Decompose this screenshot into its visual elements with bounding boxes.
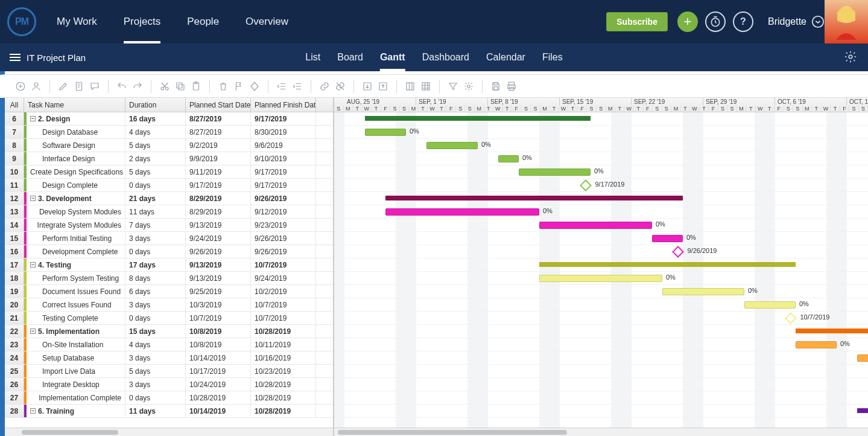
avatar[interactable] bbox=[825, 0, 868, 43]
task-row[interactable]: 23On-Site Installation4 days10/8/201910/… bbox=[5, 338, 333, 351]
task-name-cell[interactable]: Implementation Complete bbox=[27, 391, 125, 404]
timer-icon[interactable] bbox=[705, 11, 726, 32]
milestone-marker[interactable] bbox=[580, 179, 592, 191]
summary-bar[interactable] bbox=[365, 116, 591, 121]
task-name-cell[interactable]: −3. Development bbox=[27, 192, 125, 205]
task-bar[interactable] bbox=[744, 301, 796, 309]
task-name-cell[interactable]: Perform Initial Testing bbox=[27, 232, 125, 245]
start-cell[interactable]: 10/17/2019 bbox=[186, 365, 251, 377]
horizontal-scrollbar[interactable] bbox=[5, 428, 333, 436]
duration-cell[interactable]: 15 days bbox=[125, 325, 186, 338]
task-name-cell[interactable]: Create Design Specifications bbox=[27, 165, 125, 178]
edit-icon[interactable] bbox=[56, 79, 71, 94]
timeline-body[interactable]: 0%0%0%0%9/17/20190%0%0%9/26/20190%0%0%10… bbox=[334, 112, 868, 428]
start-cell[interactable]: 9/13/2019 bbox=[186, 219, 251, 231]
finish-cell[interactable]: 9/17/2019 bbox=[251, 179, 316, 191]
gantt-row[interactable]: 0% bbox=[334, 152, 868, 165]
task-row[interactable]: 22−5. Implementation15 days10/8/201910/2… bbox=[5, 325, 333, 338]
duration-cell[interactable]: 3 days bbox=[125, 378, 186, 391]
notes-icon[interactable] bbox=[72, 79, 86, 94]
task-bar[interactable] bbox=[385, 208, 539, 216]
logo[interactable]: PM bbox=[0, 0, 43, 43]
export-icon[interactable] bbox=[376, 79, 390, 94]
start-cell[interactable]: 9/9/2019 bbox=[186, 152, 251, 165]
start-cell[interactable]: 10/24/2019 bbox=[186, 378, 251, 391]
summary-bar[interactable] bbox=[796, 329, 868, 333]
grid-icon[interactable] bbox=[419, 79, 433, 94]
finish-cell[interactable]: 10/7/2019 bbox=[251, 298, 316, 311]
finish-cell[interactable]: 9/26/2019 bbox=[251, 232, 316, 245]
milestone-marker[interactable] bbox=[672, 246, 684, 258]
task-row[interactable]: 7Design Database4 days8/27/20198/30/2019 bbox=[5, 126, 333, 139]
col-duration[interactable]: Duration bbox=[125, 98, 186, 112]
topnav-tab-my-work[interactable]: My Work bbox=[43, 0, 110, 43]
gantt-row[interactable]: 10/28/2019 bbox=[334, 391, 868, 405]
task-row[interactable]: 11Design Complete0 days9/17/20199/17/201… bbox=[5, 179, 333, 192]
subnav-tab-files[interactable]: Files bbox=[542, 43, 563, 71]
task-bar[interactable] bbox=[539, 222, 652, 229]
task-bar[interactable] bbox=[796, 341, 837, 348]
summary-bar[interactable] bbox=[857, 408, 868, 413]
gantt-row[interactable] bbox=[334, 405, 868, 418]
comment-icon[interactable] bbox=[87, 79, 102, 94]
gantt-row[interactable] bbox=[334, 112, 868, 126]
start-cell[interactable]: 10/3/2019 bbox=[186, 298, 251, 311]
task-name-cell[interactable]: Correct Issues Found bbox=[27, 298, 125, 311]
subnav-tab-gantt[interactable]: Gantt bbox=[380, 43, 405, 71]
duration-cell[interactable]: 8 days bbox=[125, 272, 186, 284]
start-cell[interactable]: 10/14/2019 bbox=[186, 405, 251, 417]
task-name-cell[interactable]: Integrate Desktop bbox=[27, 378, 125, 391]
gantt-row[interactable]: 10/7/2019 bbox=[334, 312, 868, 325]
gantt-horizontal-scrollbar[interactable] bbox=[334, 428, 868, 436]
add-task-icon[interactable] bbox=[13, 79, 28, 94]
columns-icon[interactable] bbox=[403, 79, 417, 94]
start-cell[interactable]: 8/29/2019 bbox=[186, 205, 251, 218]
start-cell[interactable]: 9/13/2019 bbox=[186, 272, 251, 284]
finish-cell[interactable]: 10/7/2019 bbox=[251, 312, 316, 324]
start-cell[interactable]: 9/2/2019 bbox=[186, 139, 251, 152]
task-name-cell[interactable]: Design Complete bbox=[27, 179, 125, 191]
task-name-cell[interactable]: Development Complete bbox=[27, 245, 125, 258]
duration-cell[interactable]: 0 days bbox=[125, 245, 186, 258]
duration-cell[interactable]: 3 days bbox=[125, 351, 186, 364]
duration-cell[interactable]: 7 days bbox=[125, 219, 186, 231]
finish-cell[interactable]: 10/7/2019 bbox=[251, 258, 316, 271]
topnav-tab-projects[interactable]: Projects bbox=[110, 0, 174, 43]
duration-cell[interactable]: 17 days bbox=[125, 258, 186, 271]
finish-cell[interactable]: 9/24/2019 bbox=[251, 272, 316, 284]
gantt-row[interactable]: 9/17/2019 bbox=[334, 179, 868, 192]
gantt-row[interactable]: 0% bbox=[334, 232, 868, 245]
summary-bar[interactable] bbox=[539, 262, 796, 267]
flag-icon[interactable] bbox=[232, 79, 246, 94]
paste-icon[interactable] bbox=[189, 79, 203, 94]
finish-cell[interactable]: 8/30/2019 bbox=[251, 126, 316, 138]
link-icon[interactable] bbox=[317, 79, 332, 94]
add-button[interactable]: + bbox=[677, 11, 698, 32]
task-row[interactable]: 12−3. Development21 days8/29/20199/26/20… bbox=[5, 192, 333, 205]
gantt-row[interactable] bbox=[334, 365, 868, 378]
finish-cell[interactable]: 10/28/2019 bbox=[251, 405, 316, 417]
finish-cell[interactable]: 9/17/2019 bbox=[251, 112, 316, 125]
duration-cell[interactable]: 21 days bbox=[125, 192, 186, 205]
task-row[interactable]: 16Development Complete0 days9/26/20199/2… bbox=[5, 245, 333, 258]
indent-icon[interactable] bbox=[290, 79, 305, 94]
duration-cell[interactable]: 11 days bbox=[125, 205, 186, 218]
copy-icon[interactable] bbox=[173, 79, 188, 94]
start-cell[interactable]: 10/14/2019 bbox=[186, 351, 251, 364]
task-name-cell[interactable]: −5. Implementation bbox=[27, 325, 125, 338]
subnav-tab-list[interactable]: List bbox=[305, 43, 320, 71]
task-row[interactable]: 6−2. Design16 days8/27/20199/17/2019 bbox=[5, 112, 333, 126]
task-row[interactable]: 15Perform Initial Testing3 days9/24/2019… bbox=[5, 232, 333, 245]
task-name-cell[interactable]: Document Issues Found bbox=[27, 285, 125, 298]
subnav-tab-calendar[interactable]: Calendar bbox=[486, 43, 525, 71]
gantt-row[interactable]: 0% bbox=[334, 272, 868, 285]
user-menu[interactable]: Bridgette bbox=[768, 15, 825, 28]
task-name-cell[interactable]: Design Database bbox=[27, 126, 125, 138]
start-cell[interactable]: 8/27/2019 bbox=[186, 126, 251, 138]
gantt-row[interactable] bbox=[334, 378, 868, 391]
duration-cell[interactable]: 5 days bbox=[125, 165, 186, 178]
finish-cell[interactable]: 10/11/2019 bbox=[251, 338, 316, 351]
finish-cell[interactable]: 9/12/2019 bbox=[251, 205, 316, 218]
save-icon[interactable] bbox=[489, 79, 503, 94]
col-all[interactable]: All bbox=[5, 98, 24, 112]
